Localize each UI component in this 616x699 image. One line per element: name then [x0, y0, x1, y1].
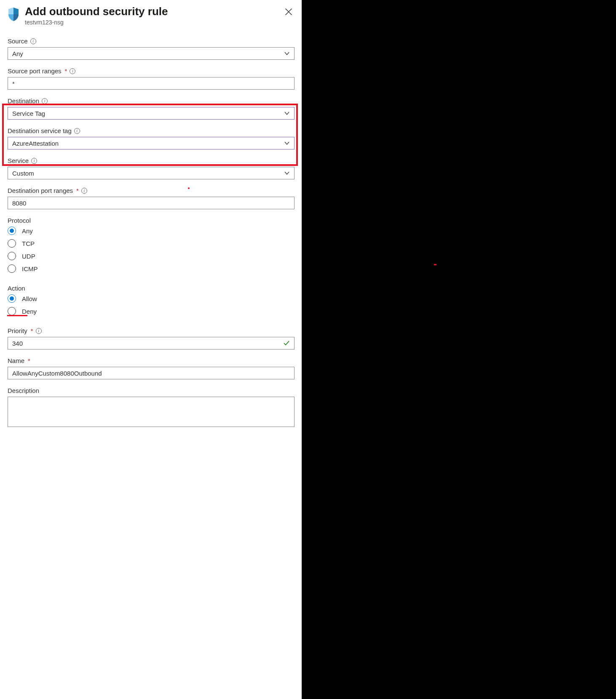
- radio-label: Deny: [22, 308, 37, 315]
- service-value: Custom: [12, 170, 34, 177]
- panel-title: Add outbound security rule: [25, 5, 295, 18]
- field-protocol: Protocol AnyTCPUDPICMP: [8, 217, 295, 273]
- label-source: Source: [8, 37, 28, 45]
- required-indicator: *: [65, 67, 67, 75]
- panel-subtitle: testvm123-nsg: [25, 19, 295, 26]
- required-indicator: *: [28, 357, 30, 364]
- radio-label: Allow: [22, 295, 37, 302]
- destination-service-tag-value: AzureAttestation: [12, 140, 59, 147]
- radio-button[interactable]: [8, 239, 16, 248]
- chevron-down-icon: [284, 110, 290, 116]
- source-select[interactable]: Any: [8, 47, 295, 60]
- protocol-option-any[interactable]: Any: [8, 227, 295, 235]
- info-icon[interactable]: i: [74, 128, 80, 134]
- info-icon[interactable]: i: [42, 98, 48, 104]
- field-destination-port-ranges: Destination port ranges * i 8080: [8, 187, 295, 209]
- info-icon[interactable]: i: [31, 158, 37, 164]
- radio-button[interactable]: [8, 307, 16, 315]
- field-destination: Destination i Service Tag: [8, 97, 295, 120]
- radio-label: Any: [22, 227, 33, 235]
- radio-button[interactable]: [8, 227, 16, 235]
- info-icon[interactable]: i: [81, 188, 87, 194]
- info-icon[interactable]: i: [30, 38, 36, 44]
- radio-label: ICMP: [22, 265, 38, 272]
- field-description: Description: [8, 387, 295, 429]
- name-value: AllowAnyCustom8080Outbound: [12, 370, 102, 377]
- label-source-port-ranges: Source port ranges: [8, 67, 62, 75]
- close-button[interactable]: [284, 8, 293, 16]
- service-select[interactable]: Custom: [8, 167, 295, 179]
- protocol-option-udp[interactable]: UDP: [8, 252, 295, 260]
- priority-input[interactable]: 340: [8, 337, 295, 350]
- source-port-ranges-value: *: [12, 80, 15, 87]
- destination-service-tag-select[interactable]: AzureAttestation: [8, 137, 295, 149]
- close-icon: [284, 8, 293, 16]
- chevron-down-icon: [284, 170, 290, 176]
- label-action: Action: [8, 285, 295, 292]
- label-name: Name: [8, 357, 24, 364]
- form: Source i Any Source port ranges * i * De…: [7, 37, 295, 429]
- radio-label: UDP: [22, 253, 35, 260]
- label-description: Description: [8, 387, 39, 394]
- required-indicator: *: [76, 187, 79, 194]
- field-name: Name * AllowAnyCustom8080Outbound: [8, 357, 295, 379]
- label-destination: Destination: [8, 97, 39, 104]
- radio-button[interactable]: [8, 264, 16, 273]
- shield-icon: [7, 7, 20, 22]
- panel-header: Add outbound security rule testvm123-nsg: [7, 5, 295, 26]
- description-textarea[interactable]: [8, 397, 295, 427]
- field-source-port-ranges: Source port ranges * i *: [8, 67, 295, 90]
- info-icon[interactable]: i: [36, 328, 42, 334]
- radio-button[interactable]: [8, 294, 16, 303]
- label-protocol: Protocol: [8, 217, 295, 224]
- source-value: Any: [12, 50, 23, 57]
- protocol-option-icmp[interactable]: ICMP: [8, 264, 295, 273]
- action-option-deny[interactable]: Deny: [8, 307, 295, 315]
- required-indicator: *: [31, 327, 33, 334]
- chevron-down-icon: [284, 51, 290, 56]
- field-priority: Priority * i 340: [8, 327, 295, 350]
- chevron-down-icon: [284, 140, 290, 146]
- radio-label: TCP: [22, 240, 35, 247]
- label-priority: Priority: [8, 327, 27, 334]
- add-rule-panel: Add outbound security rule testvm123-nsg…: [0, 0, 302, 699]
- radio-button[interactable]: [8, 252, 16, 260]
- name-input[interactable]: AllowAnyCustom8080Outbound: [8, 367, 295, 379]
- field-source: Source i Any: [8, 37, 295, 60]
- label-destination-port-ranges: Destination port ranges: [8, 187, 73, 194]
- info-icon[interactable]: i: [70, 68, 75, 74]
- destination-port-ranges-value: 8080: [12, 200, 26, 207]
- protocol-option-tcp[interactable]: TCP: [8, 239, 295, 248]
- field-destination-service-tag: Destination service tag i AzureAttestati…: [8, 127, 295, 149]
- check-icon: [283, 340, 290, 347]
- annotation-dash: [434, 264, 437, 265]
- field-action: Action AllowDeny: [8, 285, 295, 315]
- source-port-ranges-input[interactable]: *: [8, 77, 295, 90]
- field-service: Service i Custom: [8, 157, 295, 179]
- action-option-allow[interactable]: Allow: [8, 294, 295, 303]
- destination-select[interactable]: Service Tag: [8, 107, 295, 120]
- destination-port-ranges-input[interactable]: 8080: [8, 197, 295, 209]
- priority-value: 340: [12, 340, 23, 347]
- label-destination-service-tag: Destination service tag: [8, 127, 72, 134]
- destination-value: Service Tag: [12, 110, 45, 117]
- label-service: Service: [8, 157, 29, 164]
